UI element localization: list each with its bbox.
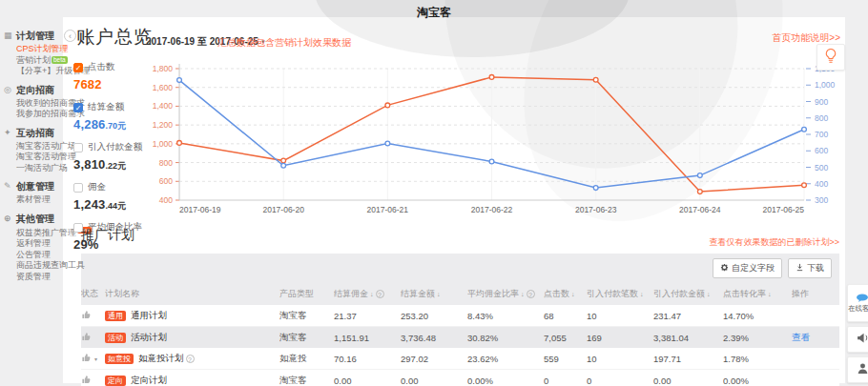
sidebar-item[interactable]: CPS计划管理 [4,44,61,55]
metric-value-dec: .22元 [106,161,127,171]
column-header[interactable]: 产品类型 [279,288,334,300]
sidebar-item[interactable]: 一淘活动广场 [4,163,61,174]
column-header[interactable]: 点击数↓ [544,288,587,300]
status-cell [81,310,105,322]
table-row[interactable]: 定向定向计划淘宝客0.000.000.00%000.000.00% [81,370,839,386]
creative-icon: ✎ [4,180,13,193]
table-row[interactable]: 活动活动计划淘宝客1,151.913,736.4830.82%7,0551693… [81,327,839,348]
sidebar-collapse-button[interactable]: ‹ [64,30,76,42]
sidebar-item[interactable]: 返利管理 [4,238,61,250]
interact-icon: ✦ [4,127,13,139]
plan-name: 定向计划 [131,375,167,386]
metric-checkbox[interactable] [73,143,83,152]
metric-value: 1,243.44元 [73,195,169,213]
sidebar-group-header[interactable]: ✎创意管理 [4,180,61,193]
announcement-button[interactable] [847,326,868,353]
column-header[interactable]: 结算佣金↓? [334,288,401,300]
sort-down-icon[interactable]: ↓ [521,291,525,297]
thumb-up-icon[interactable] [81,353,92,365]
sidebar-item[interactable]: 营销计划beta [4,55,61,67]
sort-down-icon[interactable]: ↓ [437,291,441,297]
settle-amount-cell: 3,736.48 [401,333,467,343]
svg-text:2017-06-20: 2017-06-20 [262,205,304,214]
sort-down-icon[interactable]: ↓ [707,291,711,297]
sort-down-icon[interactable]: ↓ [768,291,772,297]
orders-cell: 0 [587,376,653,386]
metric-value: 4,286.70元 [73,115,169,132]
sidebar-group-header[interactable]: ⊕其他管理 [4,213,61,225]
sidebar-item[interactable]: 我参加的招商需求 [4,109,61,120]
sidebar-item-label: 淘宝客活动管理 [16,152,76,161]
svg-text:800: 800 [815,113,828,123]
column-header[interactable]: 点击转化率↓ [723,288,792,300]
sidebar-item[interactable]: 公告管理 [4,250,61,261]
svg-text:2017-06-19: 2017-06-19 [179,205,221,214]
sidebar-group-label: 创意管理 [16,180,54,193]
avg-rate-cell: 0.00% [467,376,544,386]
sort-down-icon[interactable]: ↓ [571,291,575,297]
plan-name-cell: 活动活动计划 [105,332,279,344]
metric-header: 佣金 [73,181,169,193]
page-title: 账户总览 [76,25,153,50]
info-icon[interactable]: ? [376,290,384,298]
column-header[interactable]: 平均佣金比率↓? [467,288,544,300]
metric-checkbox[interactable]: ✓ [73,63,83,72]
plan-type-badge: 活动 [105,333,126,343]
sidebar-item[interactable]: 商品违规查询工具 [4,260,61,272]
sidebar-group-header[interactable]: ◎定向招商 [4,84,61,96]
thumb-up-icon[interactable] [81,332,92,344]
sidebar-item[interactable]: 资质管理 [4,272,61,283]
chevron-down-icon[interactable]: ▾ [94,356,97,362]
online-service-label: 在线客服 [848,305,868,314]
customize-fields-button[interactable]: 自定义字段 [713,258,782,278]
sidebar-group-header[interactable]: ✦互动招商 [4,127,61,139]
info-icon[interactable]: ? [527,290,535,298]
table-row[interactable]: 通用通用计划淘宝客21.37253.208.43%6810231.4714.70… [81,305,839,327]
column-header[interactable]: 计划名称 [105,288,279,300]
deleted-plans-link[interactable]: 查看仅有效果数据的已删除计划>> [610,236,839,249]
column-header[interactable]: 结算金额↓ [401,288,467,300]
sidebar-group-header[interactable]: ▦计划管理 [4,30,61,42]
column-label: 平均佣金比率 [467,288,519,300]
sidebar-item[interactable]: 权益类推广管理new [4,227,61,239]
metric-checkbox[interactable]: ✓ [73,103,83,112]
view-link[interactable]: 查看 [792,332,810,344]
svg-text:1,000: 1,000 [815,80,836,90]
online-service-button[interactable]: 在线客服 [847,284,868,322]
home-help-link[interactable]: 首页功能说明>> [756,31,840,45]
sidebar-item-label: 资质管理 [16,272,51,281]
product-cell: 淘宝客 [279,375,334,386]
metric-checkbox[interactable] [73,183,83,193]
clicks-cell: 7,055 [544,333,587,343]
metric-block: 引入付款金额3,810.22元 [73,141,169,173]
sidebar-item[interactable]: 淘宝客活动管理 [4,152,61,163]
column-label: 结算佣金 [334,288,368,300]
svg-text:2017-06-22: 2017-06-22 [471,205,513,214]
thumb-up-icon[interactable] [81,375,92,386]
download-button[interactable]: 下载 [788,258,832,278]
sidebar-group-label: 互动招商 [16,127,54,139]
table-row[interactable]: ▾如意投如意投计划?如意投70.16297.0223.62%55910197.7… [81,348,839,370]
sidebar-item[interactable]: 淘宝客活动广场 [4,141,61,152]
contact-button[interactable] [847,356,868,383]
metric-label: 引入付款金额 [88,141,142,153]
sidebar-item-label: 商品违规查询工具 [16,260,85,270]
sidebar-item[interactable]: 我收到的招商需求 [4,98,61,110]
trend-chart: 1,8001,6001,4001,2001,0008006004001,1001… [139,57,847,225]
sidebar-item[interactable]: 素材管理 [4,194,61,206]
sort-down-icon[interactable]: ↓ [640,291,644,297]
info-icon[interactable]: ? [186,355,195,363]
metric-label: 结算金额 [88,101,124,113]
thumb-up-icon[interactable] [81,310,92,322]
column-header[interactable]: 操作 [792,288,839,300]
target-icon: ◎ [4,84,13,96]
sort-down-icon[interactable]: ↓ [370,291,374,297]
column-header[interactable]: 状态 [81,288,105,300]
column-label: 点击转化率 [723,288,766,300]
column-header[interactable]: 引入付款金额↓ [653,288,723,300]
customize-fields-label: 自定义字段 [732,262,775,274]
product-cell: 淘宝客 [279,310,334,322]
column-header[interactable]: 引入付款笔数↓ [587,288,653,300]
sidebar-item[interactable]: 【分享+】升级管理 [4,66,61,77]
tips-button[interactable] [816,44,845,71]
